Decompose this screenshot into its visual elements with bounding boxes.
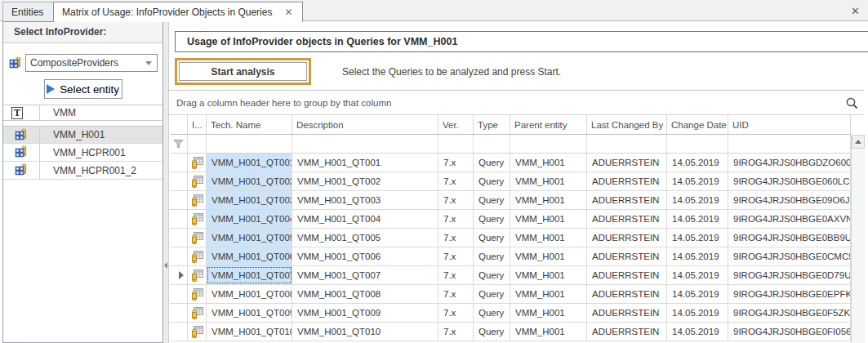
filter-cell[interactable]: [438, 135, 474, 153]
cell-tech-name[interactable]: VMM_H001_QT009: [207, 304, 292, 322]
cell-uid[interactable]: 9IROG4JRJS0HBGE0BB9UQ...: [728, 229, 851, 247]
cell-parent-entity[interactable]: VMM_H001: [510, 172, 587, 190]
cell-type[interactable]: Query: [474, 323, 510, 341]
tab-matrix-of-usage[interactable]: Matrix of Usage: InfoProvider Objects in…: [53, 2, 303, 22]
cell-type[interactable]: Query: [474, 266, 510, 284]
filter-cell[interactable]: [587, 135, 667, 153]
cell-change-date[interactable]: 14.05.2019: [667, 247, 728, 265]
column-header-ver[interactable]: Ver.: [438, 115, 474, 134]
column-header-type[interactable]: Type: [474, 115, 510, 134]
cell-parent-entity[interactable]: VMM_H001: [510, 285, 587, 303]
cell-version[interactable]: 7.x: [438, 191, 474, 209]
filter-cell[interactable]: [292, 135, 438, 153]
cell-tech-name[interactable]: VMM_H001_QT010: [207, 323, 292, 341]
cell-change-date[interactable]: 14.05.2019: [667, 285, 728, 303]
cell-type[interactable]: Query: [474, 191, 510, 209]
query-row[interactable]: VMM_H001_QT004VMM_H001_QT0047.xQueryVMM_…: [170, 210, 851, 229]
scroll-up-button[interactable]: [852, 135, 865, 149]
column-header-parent-entity[interactable]: Parent entity: [510, 115, 587, 134]
cell-change-date[interactable]: 14.05.2019: [667, 191, 728, 209]
column-header-i[interactable]: I...: [188, 115, 207, 134]
panel-splitter[interactable]: [163, 21, 169, 343]
cell-parent-entity[interactable]: VMM_H001: [510, 304, 587, 322]
cell-uid[interactable]: 9IROG4JRJS0HBGE0CMC5...: [728, 247, 851, 265]
cell-tech-name[interactable]: VMM_H001_QT001: [207, 154, 292, 172]
collapse-left-icon[interactable]: [164, 262, 167, 269]
cell-uid[interactable]: 9IROG4JRJS0HBGE060LCG...: [728, 172, 851, 190]
filter-cell[interactable]: [728, 135, 851, 153]
cell-tech-name[interactable]: VMM_H001_QT006: [207, 247, 292, 265]
cell-type[interactable]: Query: [474, 247, 510, 265]
cell-description[interactable]: VMM_H001_QT002: [292, 172, 438, 190]
cell-tech-name[interactable]: VMM_H001_QT003: [207, 191, 292, 209]
cell-change-date[interactable]: 14.05.2019: [667, 266, 728, 284]
cell-tech-name[interactable]: VMM_H001_QT004: [207, 210, 292, 228]
column-header-description[interactable]: Description: [292, 115, 438, 134]
cell-parent-entity[interactable]: VMM_H001: [510, 210, 587, 228]
cell-change-date[interactable]: 14.05.2019: [667, 323, 728, 341]
cell-description[interactable]: VMM_H001_QT006: [292, 247, 438, 265]
cell-description[interactable]: VMM_H001_QT004: [292, 210, 438, 228]
infoprovider-list-item[interactable]: VMM_HCPR001: [3, 144, 162, 162]
cell-change-date[interactable]: 14.05.2019: [667, 229, 728, 247]
cell-change-date[interactable]: 14.05.2019: [667, 210, 728, 228]
infoprovider-filter-input[interactable]: VMM: [40, 107, 76, 118]
cell-description[interactable]: VMM_H001_QT003: [292, 191, 438, 209]
cell-uid[interactable]: 9IROG4JRJS0HBGDZO600...: [728, 154, 851, 172]
select-entity-button[interactable]: Select entity: [44, 79, 122, 99]
query-row[interactable]: VMM_H001_QT003VMM_H001_QT0037.xQueryVMM_…: [170, 191, 851, 210]
column-header-uid[interactable]: UID: [728, 115, 851, 134]
infoprovider-filter-row[interactable]: T VMM: [3, 105, 162, 121]
cell-version[interactable]: 7.x: [438, 323, 474, 341]
cell-tech-name[interactable]: VMM_H001_QT005: [207, 229, 292, 247]
query-row[interactable]: VMM_H001_QT006VMM_H001_QT0067.xQueryVMM_…: [170, 247, 851, 266]
cell-description[interactable]: VMM_H001_QT005: [292, 229, 438, 247]
cell-last-changed-by[interactable]: ADUERRSTEIN: [587, 229, 667, 247]
cell-last-changed-by[interactable]: ADUERRSTEIN: [587, 154, 667, 172]
query-row[interactable]: VMM_H001_QT005VMM_H001_QT0057.xQueryVMM_…: [170, 229, 851, 247]
cell-uid[interactable]: 9IROG4JRJS0HBGE0F5ZKC...: [728, 304, 851, 322]
cell-tech-name[interactable]: VMM_H001_QT008: [207, 285, 292, 303]
start-analysis-button[interactable]: Start analysis: [179, 62, 307, 81]
cell-type[interactable]: Query: [474, 229, 510, 247]
infoprovider-list-item[interactable]: VMM_H001: [3, 126, 162, 144]
cell-uid[interactable]: 9IROG4JRJS0HBGE09O6JM...: [728, 191, 851, 209]
cell-uid[interactable]: 9IROG4JRJS0HBGE0FI0567...: [728, 323, 851, 341]
vertical-scrollbar[interactable]: [851, 135, 865, 343]
cell-type[interactable]: Query: [474, 154, 510, 172]
cell-last-changed-by[interactable]: ADUERRSTEIN: [587, 247, 667, 265]
filter-cell[interactable]: [667, 135, 728, 153]
cell-description[interactable]: VMM_H001_QT010: [292, 323, 438, 341]
filter-cell[interactable]: [188, 135, 207, 153]
cell-uid[interactable]: 9IROG4JRJS0HBGE0AXVN9...: [728, 210, 851, 228]
cell-change-date[interactable]: 14.05.2019: [667, 154, 728, 172]
filter-cell[interactable]: [474, 135, 510, 153]
cell-uid[interactable]: 9IROG4JRJS0HBGE0EPFK2...: [728, 285, 851, 303]
cell-version[interactable]: 7.x: [438, 154, 474, 172]
search-icon[interactable]: [845, 96, 859, 110]
group-by-panel[interactable]: Drag a column header here to group by th…: [169, 91, 864, 115]
cell-version[interactable]: 7.x: [438, 247, 474, 265]
filter-cell[interactable]: [510, 135, 587, 153]
cell-description[interactable]: VMM_H001_QT008: [292, 285, 438, 303]
cell-tech-name[interactable]: VMM_H001_QT007: [207, 266, 292, 284]
cell-version[interactable]: 7.x: [438, 210, 474, 228]
cell-version[interactable]: 7.x: [438, 229, 474, 247]
cell-version[interactable]: 7.x: [438, 285, 474, 303]
cell-type[interactable]: Query: [474, 304, 510, 322]
cell-last-changed-by[interactable]: ADUERRSTEIN: [587, 266, 667, 284]
cell-parent-entity[interactable]: VMM_H001: [510, 266, 587, 284]
column-header-tech-name[interactable]: Tech. Name: [207, 115, 292, 134]
cell-type[interactable]: Query: [474, 172, 510, 190]
query-row[interactable]: VMM_H001_QT009VMM_H001_QT0097.xQueryVMM_…: [170, 304, 851, 323]
cell-last-changed-by[interactable]: ADUERRSTEIN: [587, 285, 667, 303]
query-row[interactable]: VMM_H001_QT007VMM_H001_QT0077.xQueryVMM_…: [170, 266, 851, 285]
filter-cell[interactable]: [207, 135, 292, 153]
cell-description[interactable]: VMM_H001_QT001: [292, 154, 438, 172]
cell-change-date[interactable]: 14.05.2019: [667, 172, 728, 190]
cell-version[interactable]: 7.x: [438, 172, 474, 190]
cell-parent-entity[interactable]: VMM_H001: [510, 229, 587, 247]
cell-version[interactable]: 7.x: [438, 266, 474, 284]
cell-tech-name[interactable]: VMM_H001_QT002: [207, 172, 292, 190]
query-row[interactable]: VMM_H001_QT008VMM_H001_QT0087.xQueryVMM_…: [170, 285, 851, 304]
